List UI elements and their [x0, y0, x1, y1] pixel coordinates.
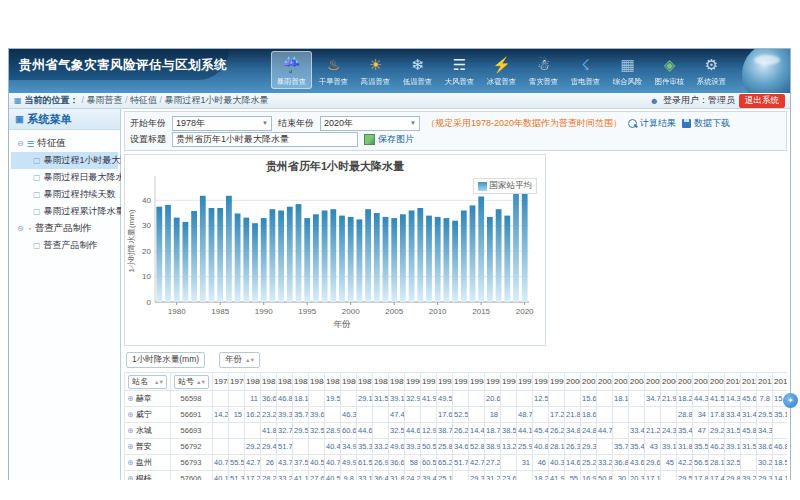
year-column-header[interactable]: 1982: [277, 373, 293, 391]
bar-1996[interactable]: [313, 214, 319, 302]
year-column-header[interactable]: 2002: [597, 373, 613, 391]
save-image-button[interactable]: 保存图片: [364, 133, 414, 146]
bar-2003[interactable]: [374, 213, 380, 302]
year-column-header[interactable]: 2003: [613, 373, 629, 391]
row-expand-icon[interactable]: ⊕: [127, 474, 134, 480]
bar-2011[interactable]: [444, 218, 450, 302]
tree-toggle-icon[interactable]: ⊖: [17, 139, 24, 148]
bar-2006[interactable]: [400, 214, 406, 302]
station-id-header[interactable]: 站号▲▼: [171, 373, 213, 391]
year-column-header[interactable]: 2009: [709, 373, 725, 391]
year-column-header[interactable]: 2010: [725, 373, 741, 391]
bar-2015[interactable]: [478, 197, 484, 303]
toolbar-item-lightning[interactable]: ☇雷电普查: [565, 51, 606, 89]
year-column-header[interactable]: 1994: [469, 373, 485, 391]
bar-1991[interactable]: [270, 209, 276, 302]
bar-2001[interactable]: [357, 219, 363, 302]
bar-2014[interactable]: [470, 205, 476, 302]
bar-1985[interactable]: [217, 208, 223, 302]
tree-item[interactable]: ▢普查产品制作: [11, 237, 118, 254]
bar-2000[interactable]: [348, 217, 354, 302]
year-column-header[interactable]: 2000: [565, 373, 581, 391]
chart-legend[interactable]: 国家站平均: [473, 178, 538, 194]
logout-button[interactable]: 退出系统: [739, 94, 785, 108]
year-column-header[interactable]: 1995: [485, 373, 501, 391]
breadcrumb-item[interactable]: 暴雨过程1小时最大降水量: [165, 95, 269, 105]
year-column-header[interactable]: 2012: [757, 373, 773, 391]
tree-item[interactable]: ▢暴雨过程1小时最大降水量: [11, 152, 118, 169]
year-column-header[interactable]: 2004: [629, 373, 645, 391]
toolbar-item-low-temp[interactable]: ❄低温普查: [397, 51, 438, 89]
bar-1986[interactable]: [226, 196, 232, 302]
tree-item[interactable]: ▢暴雨过程累计降水量: [11, 203, 118, 220]
bar-1981[interactable]: [183, 222, 189, 302]
bar-2017[interactable]: [496, 209, 502, 302]
year-column-header[interactable]: 2013: [773, 373, 788, 391]
year-column-header[interactable]: 1990: [405, 373, 421, 391]
year-column-header[interactable]: 2001: [581, 373, 597, 391]
breadcrumb-item[interactable]: 暴雨普查: [87, 95, 123, 105]
pivot-value-field[interactable]: 1小时降水量(mm): [126, 352, 205, 368]
bar-1979[interactable]: [165, 205, 171, 302]
year-column-header[interactable]: 1981: [261, 373, 277, 391]
toolbar-item-settings[interactable]: ⚙系统设置: [691, 51, 732, 89]
year-column-header[interactable]: 1992: [437, 373, 453, 391]
year-column-header[interactable]: 1986: [341, 373, 357, 391]
tree-item[interactable]: ▢暴雨过程日最大降水量: [11, 169, 118, 186]
bar-2004[interactable]: [383, 217, 389, 302]
year-column-header[interactable]: 1988: [373, 373, 389, 391]
bar-2013[interactable]: [461, 211, 467, 303]
bar-2005[interactable]: [391, 218, 397, 302]
year-column-header[interactable]: 1980: [245, 373, 261, 391]
bar-2002[interactable]: [365, 209, 371, 302]
bar-1998[interactable]: [330, 209, 336, 302]
end-year-select[interactable]: 2020年 ▼: [320, 116, 420, 131]
bar-2010[interactable]: [435, 217, 441, 302]
year-column-header[interactable]: 1983: [293, 373, 309, 391]
bar-1987[interactable]: [235, 214, 241, 303]
bar-1997[interactable]: [322, 211, 328, 303]
bar-1990[interactable]: [261, 218, 267, 302]
year-column-header[interactable]: 2011: [741, 373, 757, 391]
year-column-header[interactable]: 1993: [453, 373, 469, 391]
bar-1980[interactable]: [174, 218, 180, 302]
row-expand-icon[interactable]: ⊕: [127, 458, 134, 467]
tree-group-0[interactable]: ⊖☰特征值: [11, 135, 118, 152]
pivot-column-field[interactable]: 年份 ▲▼: [219, 352, 260, 368]
download-button[interactable]: 数据下载: [682, 117, 730, 130]
year-column-header[interactable]: 2005: [645, 373, 661, 391]
bar-1992[interactable]: [278, 211, 284, 303]
chart-title-input[interactable]: [172, 132, 358, 147]
row-expand-icon[interactable]: ⊕: [127, 442, 134, 451]
bar-1995[interactable]: [304, 218, 310, 302]
bar-2020[interactable]: [522, 190, 528, 302]
bar-2007[interactable]: [409, 211, 415, 303]
toolbar-item-map-review[interactable]: ◈图件审核: [649, 51, 690, 89]
tree-toggle-icon[interactable]: ⊖: [17, 224, 24, 233]
toolbar-item-snow[interactable]: ☃雪灾普查: [523, 51, 564, 89]
breadcrumb-item[interactable]: 特征值: [130, 95, 157, 105]
bar-1989[interactable]: [252, 223, 258, 302]
year-column-header[interactable]: 1997: [517, 373, 533, 391]
toolbar-item-drought[interactable]: ♨干旱普查: [313, 51, 354, 89]
year-column-header[interactable]: 1991: [421, 373, 437, 391]
year-column-header[interactable]: 2006: [661, 373, 677, 391]
bar-2008[interactable]: [417, 208, 423, 302]
row-expand-icon[interactable]: ⊕: [127, 410, 134, 419]
toolbar-item-risk[interactable]: ▦综合风险: [607, 51, 648, 89]
bar-2018[interactable]: [504, 216, 510, 302]
bar-1982[interactable]: [191, 211, 197, 302]
bar-2016[interactable]: [487, 217, 493, 302]
toolbar-item-high-temp[interactable]: ☀高温普查: [355, 51, 396, 89]
sort-icons[interactable]: ▲▼: [154, 379, 163, 385]
row-expand-icon[interactable]: ⊕: [127, 394, 134, 403]
floating-widget[interactable]: ✦: [783, 393, 798, 408]
year-column-header[interactable]: 1984: [309, 373, 325, 391]
year-column-header[interactable]: 2007: [677, 373, 693, 391]
toolbar-item-rainstorm[interactable]: ☔暴雨普查: [271, 51, 312, 89]
bar-2009[interactable]: [426, 216, 432, 302]
start-year-select[interactable]: 1978年 ▼: [172, 116, 272, 131]
bar-1999[interactable]: [339, 216, 345, 302]
year-column-header[interactable]: 1985: [325, 373, 341, 391]
year-column-header[interactable]: 1998: [533, 373, 549, 391]
